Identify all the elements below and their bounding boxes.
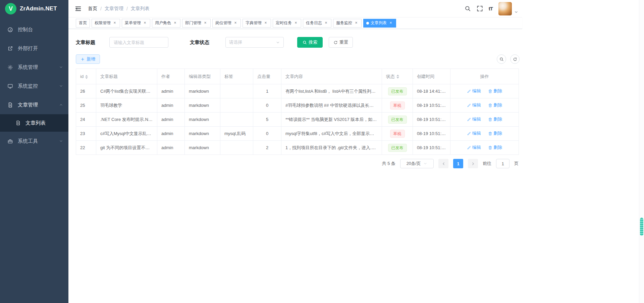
delete-button[interactable]: 删除 — [488, 130, 502, 136]
tab-menu-management[interactable]: 菜单管理× — [122, 19, 150, 28]
close-icon[interactable]: × — [324, 21, 328, 26]
breadcrumb-separator: / — [126, 6, 128, 11]
cell-author: admin — [157, 84, 185, 98]
filter-form: 文章标题 文章状态 请选择 搜索 重置 — [68, 29, 522, 48]
status-badge: 已发布 — [388, 144, 407, 152]
tab-article-list[interactable]: 文章列表× — [363, 19, 396, 28]
cell-created: 08-19 10:51:27 — [413, 113, 450, 127]
cell-tags — [220, 98, 253, 113]
page-size-select[interactable]: 20条/页 — [400, 159, 434, 168]
tab-label: 定时任务 — [276, 20, 292, 26]
close-icon[interactable]: × — [143, 21, 147, 26]
cell-title: git 为不同的项目设置不同... — [96, 141, 157, 155]
tab-label: 字典管理 — [246, 20, 262, 26]
chevron-down-icon — [423, 162, 427, 166]
col-label: 文章内容 — [285, 74, 303, 79]
close-icon[interactable]: × — [203, 21, 208, 26]
search-icon[interactable] — [465, 5, 471, 12]
close-icon[interactable]: × — [112, 21, 117, 26]
table-toolbar: 新增 — [68, 48, 522, 64]
tab-dict-management[interactable]: 字典管理× — [243, 19, 271, 28]
sidebar-item-system-monitor[interactable]: 系统监控 — [0, 77, 68, 95]
cell-actions: 编辑 删除 — [450, 84, 519, 98]
tab-scheduled-tasks[interactable]: 定时任务× — [273, 19, 301, 28]
tab-home[interactable]: 首页 — [76, 19, 90, 28]
caret-down-icon[interactable] — [514, 10, 518, 14]
app-logo[interactable]: V ZrAdmin.NET — [0, 0, 68, 17]
article-status-label: 文章状态 — [190, 39, 225, 46]
close-icon[interactable]: × — [173, 21, 177, 26]
sidebar-item-article-list[interactable]: 文章列表 — [0, 114, 68, 132]
edit-button[interactable]: 编辑 — [467, 88, 481, 94]
next-page-button[interactable] — [468, 159, 478, 168]
edit-button[interactable]: 编辑 — [467, 102, 481, 108]
col-created: 创建时间 — [413, 69, 450, 84]
col-id[interactable]: id — [76, 69, 96, 84]
goto-page-input[interactable] — [496, 159, 509, 168]
edit-label: 编辑 — [472, 130, 481, 136]
delete-button[interactable]: 删除 — [488, 116, 502, 122]
tab-service-monitor[interactable]: 服务监控× — [333, 19, 362, 28]
logo-icon: V — [5, 3, 16, 14]
close-icon[interactable]: × — [354, 21, 359, 26]
article-status-select[interactable]: 请选择 — [225, 37, 284, 48]
article-title-input[interactable] — [109, 37, 168, 48]
scrollbar-thumb[interactable] — [640, 218, 643, 236]
cell-tags — [220, 84, 253, 98]
sort-carets-icon[interactable] — [396, 75, 399, 79]
app-title: ZrAdmin.NET — [20, 5, 57, 12]
prev-page-button[interactable] — [438, 159, 448, 168]
edit-button[interactable]: 编辑 — [467, 116, 481, 122]
delete-button[interactable]: 删除 — [488, 88, 502, 94]
add-button[interactable]: 新增 — [76, 54, 100, 64]
page-number-button[interactable]: 1 — [453, 159, 463, 168]
collapse-sidebar-icon[interactable] — [74, 5, 82, 12]
cell-actions: 编辑 删除 — [450, 113, 519, 127]
top-header: 首页 / 文章管理 / 文章列表 tT — [68, 0, 522, 17]
cell-actions: 编辑 删除 — [450, 141, 519, 155]
sidebar-item-label: 系统管理 — [18, 64, 54, 71]
refresh-table-button[interactable] — [510, 54, 520, 64]
breadcrumb-item-article-management[interactable]: 文章管理 — [105, 6, 123, 12]
pagination-total: 共 5 条 — [382, 161, 395, 167]
cell-status: 草稿 — [382, 98, 413, 113]
avatar[interactable] — [498, 2, 512, 15]
delete-button[interactable]: 删除 — [488, 144, 502, 150]
toggle-search-button[interactable] — [497, 54, 506, 64]
breadcrumb-separator: / — [100, 6, 102, 11]
scrollbar-track[interactable] — [639, 0, 644, 303]
sidebar-item-dashboard[interactable]: 控制台 — [0, 20, 68, 39]
sort-carets-icon[interactable] — [85, 75, 88, 79]
col-label: 点击量 — [257, 74, 270, 79]
breadcrumb-item-home[interactable]: 首页 — [88, 6, 97, 12]
font-size-icon[interactable]: tT — [489, 6, 493, 11]
edit-button[interactable]: 编辑 — [467, 130, 481, 136]
sidebar-item-system-management[interactable]: 系统管理 — [0, 58, 68, 77]
tab-permission-management[interactable]: 权限管理× — [92, 19, 120, 28]
close-icon[interactable]: × — [388, 21, 393, 26]
close-icon[interactable]: × — [263, 21, 268, 26]
plus-icon — [80, 57, 85, 61]
delete-label: 删除 — [493, 88, 502, 94]
table-row: 22 git 为不同的项目设置不同... admin markdown 2 1，… — [76, 141, 519, 155]
refresh-icon — [333, 40, 338, 45]
sidebar-item-system-tools[interactable]: 系统工具 — [0, 132, 68, 150]
close-icon[interactable]: × — [293, 21, 298, 26]
search-button-label: 搜索 — [309, 39, 317, 45]
tab-department-management[interactable]: 部门管理× — [182, 19, 211, 28]
col-status[interactable]: 状态 — [382, 69, 413, 84]
delete-button[interactable]: 删除 — [488, 102, 502, 108]
search-button[interactable]: 搜索 — [297, 37, 323, 48]
sidebar-item-article-management[interactable]: 文章管理 — [0, 95, 68, 114]
fullscreen-icon[interactable] — [477, 5, 483, 12]
trash-icon — [488, 131, 492, 136]
sidebar-item-external-open[interactable]: 外部打开 — [0, 39, 68, 58]
tab-user-roles[interactable]: 用户角色× — [152, 19, 180, 28]
tab-task-logs[interactable]: 任务日志× — [303, 19, 331, 28]
close-icon[interactable]: × — [233, 21, 238, 26]
document-icon — [15, 120, 21, 126]
edit-button[interactable]: 编辑 — [467, 144, 481, 150]
sidebar-item-label: 控制台 — [18, 27, 63, 33]
reset-button[interactable]: 重置 — [329, 37, 353, 48]
tab-post-management[interactable]: 岗位管理× — [212, 19, 241, 28]
